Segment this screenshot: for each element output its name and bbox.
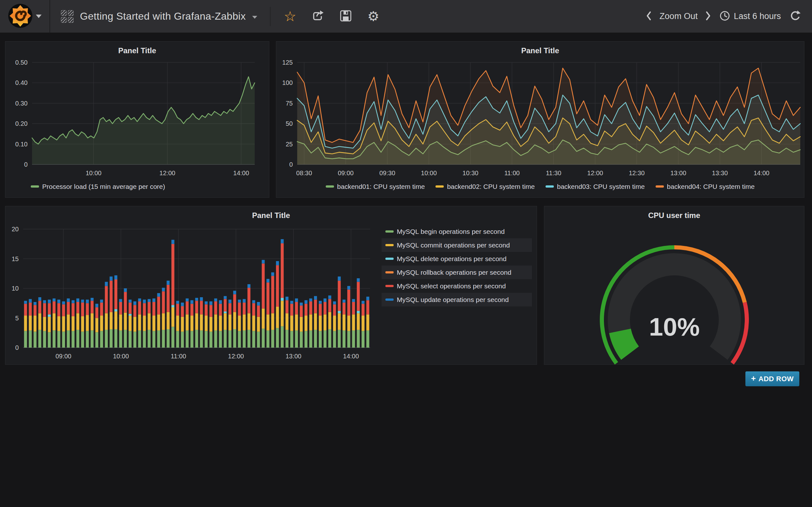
legend-series-color: [386, 298, 394, 301]
svg-text:12:00: 12:00: [587, 170, 603, 176]
star-button[interactable]: ☆: [284, 9, 296, 23]
panel-mysql-operations: Panel Title 0510152009:0010:0011:0012:00…: [5, 206, 537, 365]
star-icon: ☆: [284, 9, 296, 23]
share-button[interactable]: [311, 9, 324, 23]
legend-series-color: [546, 185, 554, 187]
time-range-label: Last 6 hours: [734, 11, 781, 21]
zoom-out-button[interactable]: Zoom Out: [659, 11, 698, 21]
legend-item[interactable]: backend03: CPU system time: [546, 183, 645, 190]
legend-series-color: [386, 285, 394, 287]
svg-text:0.10: 0.10: [15, 141, 28, 148]
svg-text:10:00: 10:00: [421, 170, 437, 176]
svg-text:0.30: 0.30: [15, 100, 28, 107]
legend-series-label: MySQL begin operations per second: [397, 228, 505, 235]
legend-series-label: Processor load (15 min average per core): [42, 183, 165, 190]
svg-text:11:30: 11:30: [546, 170, 561, 176]
legend-item[interactable]: backend04: CPU system time: [656, 183, 755, 190]
add-row-button[interactable]: + ADD ROW: [745, 372, 799, 386]
row-toggle-tab[interactable]: [0, 41, 4, 59]
legend-item[interactable]: backend01: CPU system time: [326, 183, 425, 190]
svg-text:11:00: 11:00: [504, 170, 520, 176]
svg-text:0.40: 0.40: [15, 79, 28, 86]
legend-series-label: backend03: CPU system time: [557, 183, 645, 190]
svg-text:10:30: 10:30: [462, 170, 478, 176]
settings-button[interactable]: ⚙: [367, 10, 379, 23]
svg-text:25: 25: [286, 141, 293, 148]
svg-text:10: 10: [12, 285, 19, 292]
legend-series-color: [326, 185, 334, 187]
legend-series-label: backend01: CPU system time: [337, 183, 425, 190]
legend-series-label: MySQL commit operations per second: [397, 241, 510, 249]
legend-series-label: MySQL delete operations per second: [397, 255, 507, 263]
time-forward-button[interactable]: [706, 11, 711, 22]
svg-text:5: 5: [15, 315, 19, 322]
legend-item[interactable]: backend02: CPU system time: [436, 183, 535, 190]
legend-series-color: [386, 230, 394, 233]
legend-series-label: MySQL update operations per second: [397, 296, 509, 303]
chevron-left-icon: [646, 11, 651, 22]
chevron-right-icon: [706, 11, 711, 22]
plus-icon: +: [751, 374, 756, 383]
legend-item[interactable]: MySQL begin operations per second: [382, 225, 532, 238]
save-button[interactable]: [339, 9, 352, 23]
legend-item[interactable]: MySQL rollback operations per second: [382, 266, 532, 279]
legend-series-label: MySQL rollback operations per second: [397, 269, 511, 276]
dashboard-grid-icon: [61, 10, 73, 23]
svg-text:09:00: 09:00: [338, 170, 354, 176]
legend-item[interactable]: MySQL delete operations per second: [382, 252, 532, 266]
caret-down-icon: [252, 16, 257, 19]
processor-load-chart[interactable]: 00.100.200.300.400.5010:0012:0014:00: [5, 42, 270, 198]
svg-text:11:00: 11:00: [171, 353, 186, 360]
svg-text:08:30: 08:30: [296, 170, 312, 176]
legend-item[interactable]: MySQL update operations per second: [382, 293, 532, 306]
row-toggle-tab[interactable]: [0, 208, 4, 226]
add-row-label: ADD ROW: [758, 375, 794, 383]
grafana-logo-icon: [8, 3, 33, 30]
legend-series-color: [386, 271, 394, 274]
legend-series-color: [436, 185, 444, 187]
svg-text:14:00: 14:00: [233, 170, 249, 176]
panel-cpu-system-time: Panel Title 025507510012508:3009:0009:30…: [276, 41, 804, 198]
share-icon: [311, 9, 324, 23]
panel-cpu-user-time: CPU user time 10%: [544, 206, 804, 365]
svg-text:12:00: 12:00: [159, 170, 175, 176]
time-back-button[interactable]: [646, 11, 651, 22]
refresh-icon: [789, 10, 801, 23]
legend-series-color: [31, 185, 39, 187]
svg-text:75: 75: [286, 100, 293, 107]
svg-text:20: 20: [12, 226, 19, 233]
grafana-main-menu[interactable]: [0, 0, 50, 33]
svg-text:0.50: 0.50: [15, 59, 28, 66]
clock-icon: [719, 10, 730, 23]
svg-text:0: 0: [24, 161, 28, 168]
refresh-button[interactable]: [789, 10, 801, 23]
legend-item[interactable]: Processor load (15 min average per core): [31, 183, 165, 190]
svg-text:0: 0: [15, 344, 19, 351]
time-range-picker[interactable]: Last 6 hours: [719, 10, 781, 23]
svg-text:10%: 10%: [649, 313, 700, 341]
dashboard-title: Getting Started with Grafana-Zabbix: [80, 10, 246, 22]
svg-text:0: 0: [289, 161, 293, 168]
save-icon: [339, 9, 352, 23]
chart-legend: backend01: CPU system timebackend02: CPU…: [276, 181, 804, 190]
gear-icon: ⚙: [367, 10, 379, 23]
legend-series-label: backend04: CPU system time: [667, 183, 755, 190]
cpu-system-time-chart[interactable]: 025507510012508:3009:0009:3010:0010:3011…: [276, 42, 805, 198]
svg-text:10:00: 10:00: [113, 353, 129, 360]
svg-text:125: 125: [282, 59, 293, 66]
chart-legend: MySQL begin operations per secondMySQL c…: [382, 225, 532, 306]
svg-text:13:30: 13:30: [712, 170, 728, 176]
svg-text:14:00: 14:00: [754, 170, 769, 176]
legend-item[interactable]: MySQL select operations per second: [382, 279, 532, 293]
panel-title[interactable]: CPU user time: [544, 206, 804, 225]
dashboard-title-dropdown[interactable]: Getting Started with Grafana-Zabbix: [61, 10, 257, 23]
legend-series-label: backend02: CPU system time: [447, 183, 535, 190]
caret-down-icon: [36, 14, 42, 18]
legend-item[interactable]: MySQL commit operations per second: [382, 238, 532, 252]
cpu-user-time-gauge: 10%: [544, 225, 805, 365]
svg-text:50: 50: [286, 120, 293, 127]
navbar: Getting Started with Grafana-Zabbix ☆: [0, 0, 812, 33]
time-controls: Zoom Out Last 6 hours: [646, 10, 812, 23]
svg-text:12:00: 12:00: [228, 353, 244, 360]
svg-text:100: 100: [282, 79, 293, 86]
